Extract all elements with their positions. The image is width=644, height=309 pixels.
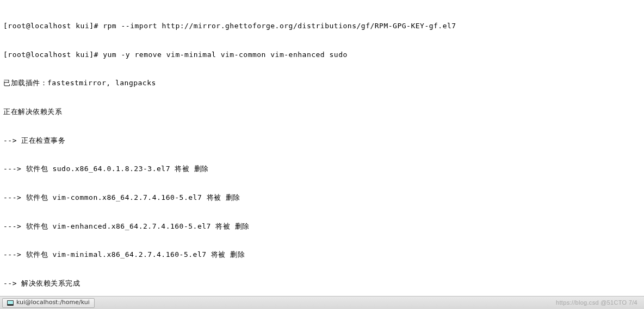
checking-line: --> 正在检查事务	[3, 136, 641, 146]
shell-command: rpm --import http://mirror.ghettoforge.o…	[103, 22, 456, 30]
taskbar: kui@localhost:/home/kui	[0, 296, 644, 309]
shell-prompt: [root@localhost kui]#	[3, 22, 103, 30]
dep-done-line: --> 解决依赖关系完成	[3, 279, 641, 288]
shell-prompt: [root@localhost kui]#	[3, 51, 103, 59]
package-line: ---> 软件包 vim-common.x86_64.2.7.4.160-5.e…	[3, 193, 641, 203]
shell-command: yum -y remove vim-minimal vim-common vim…	[103, 51, 348, 59]
terminal-icon	[7, 300, 14, 306]
resolving-line: 正在解决依赖关系	[3, 107, 641, 117]
terminal-output[interactable]: [root@localhost kui]# rpm --import http:…	[0, 0, 644, 309]
taskbar-title: kui@localhost:/home/kui	[16, 299, 90, 307]
package-line: ---> 软件包 sudo.x86_64.0.1.8.23-3.el7 将被 删…	[3, 164, 641, 174]
package-line: ---> 软件包 vim-enhanced.x86_64.2.7.4.160-5…	[3, 222, 641, 231]
watermark-text: https://blog.csd @51CTO 7/4	[556, 299, 637, 307]
plugins-line: 已加载插件：fastestmirror, langpacks	[3, 78, 641, 88]
taskbar-window-button[interactable]: kui@localhost:/home/kui	[2, 298, 95, 308]
package-line: ---> 软件包 vim-minimal.x86_64.2.7.4.160-5.…	[3, 250, 641, 260]
